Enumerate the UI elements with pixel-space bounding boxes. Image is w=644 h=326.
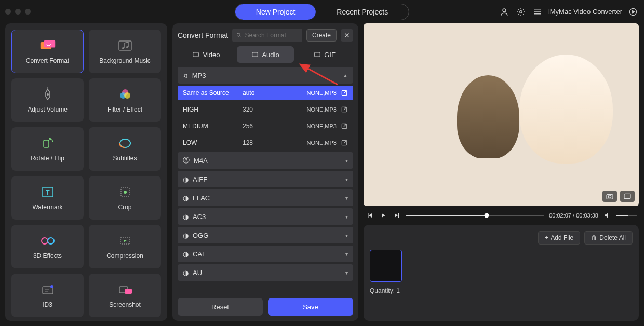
prev-button[interactable] xyxy=(366,211,374,220)
svg-marker-50 xyxy=(382,213,385,218)
tab-audio-label: Audio xyxy=(262,51,279,59)
tool-label: Compression xyxy=(106,252,143,260)
tool-background-music[interactable]: Background Music xyxy=(89,30,161,73)
chevron-up-icon: ▲ xyxy=(343,73,348,78)
playback-controls: 00:02:07 / 00:03:38 xyxy=(364,211,639,220)
format-type-tabs: Video Audio GIF xyxy=(178,46,353,63)
tool-crop[interactable]: Crop xyxy=(89,176,161,220)
volume-slider[interactable] xyxy=(616,215,637,216)
fullscreen-button[interactable] xyxy=(620,191,635,202)
format-group-mp3[interactable]: ♫ MP3 ▲ xyxy=(178,67,353,84)
svg-rect-9 xyxy=(119,41,131,50)
tool-adjust-volume[interactable]: Adjust Volume xyxy=(11,78,84,122)
external-link-icon[interactable] xyxy=(341,106,348,113)
format-group-m4a[interactable]: ⓐM4A▾ xyxy=(178,152,353,169)
external-link-icon[interactable] xyxy=(341,89,348,97)
external-link-icon[interactable] xyxy=(341,139,348,146)
video-preview xyxy=(364,23,639,206)
play-button[interactable] xyxy=(379,211,387,220)
titlebar: New Project Recent Projects iMyMac Video… xyxy=(0,0,644,23)
minimize-window[interactable] xyxy=(15,9,21,15)
tab-gif[interactable]: GIF xyxy=(296,46,353,63)
main-layout: Convert Format Background Music Adjust V… xyxy=(0,23,644,326)
tool-label: Convert Format xyxy=(26,57,69,64)
tools-sidebar: Convert Format Background Music Adjust V… xyxy=(5,23,167,321)
svg-point-23 xyxy=(42,238,48,244)
audio-icon xyxy=(251,51,259,58)
preset-high[interactable]: HIGH 320 NONE,MP3 xyxy=(178,102,353,117)
format-icon: ◑ xyxy=(183,175,189,183)
tool-id3[interactable]: ID3 xyxy=(11,274,84,317)
tool-screenshot[interactable]: Screenshot xyxy=(89,274,161,317)
create-button[interactable]: Create xyxy=(306,29,337,42)
file-thumbnail[interactable] xyxy=(370,250,402,282)
search-input[interactable] xyxy=(245,32,298,39)
tool-label: 3D Effects xyxy=(33,252,62,260)
svg-rect-49 xyxy=(368,213,369,218)
account-icon[interactable] xyxy=(499,6,510,18)
svg-line-35 xyxy=(240,36,241,37)
window-controls xyxy=(5,9,31,15)
watermark-icon: T xyxy=(39,185,56,199)
rotate-icon xyxy=(39,136,56,151)
quantity-label: Quantity: 1 xyxy=(370,287,633,294)
snapshot-button[interactable] xyxy=(602,191,617,202)
reset-button[interactable]: Reset xyxy=(178,298,263,316)
format-group-ac3[interactable]: ◑AC3▾ xyxy=(178,208,353,225)
add-file-button[interactable]: +Add File xyxy=(538,231,580,244)
close-window[interactable] xyxy=(5,9,11,15)
project-tabs: New Project Recent Projects xyxy=(235,4,409,20)
svg-point-24 xyxy=(48,238,54,244)
tool-label: Background Music xyxy=(99,57,151,64)
format-group-caf[interactable]: ◑CAF▾ xyxy=(178,246,353,262)
tab-new-project[interactable]: New Project xyxy=(235,4,316,20)
tab-recent-projects[interactable]: Recent Projects xyxy=(316,4,409,20)
chevron-down-icon: ▾ xyxy=(345,214,348,220)
menu-icon[interactable] xyxy=(532,6,543,18)
svg-point-46 xyxy=(608,195,611,198)
search-format[interactable] xyxy=(232,29,302,42)
tool-rotate-flip[interactable]: Rotate / Flip xyxy=(11,127,84,171)
save-button[interactable]: Save xyxy=(268,298,353,316)
close-panel-button[interactable] xyxy=(341,29,353,42)
format-group-au[interactable]: ◑AU▾ xyxy=(178,264,353,281)
next-button[interactable] xyxy=(393,211,401,220)
tool-watermark[interactable]: T Watermark xyxy=(11,176,84,220)
svg-marker-48 xyxy=(369,213,372,218)
panel-title: Convert Format xyxy=(178,31,228,39)
preset-low[interactable]: LOW 128 NONE,MP3 xyxy=(178,135,353,150)
play-badge-icon[interactable] xyxy=(627,6,639,18)
svg-rect-40 xyxy=(315,52,320,57)
tab-video[interactable]: Video xyxy=(178,46,235,63)
search-icon xyxy=(236,32,242,38)
svg-rect-39 xyxy=(252,52,258,57)
external-link-icon[interactable] xyxy=(341,123,348,130)
svg-rect-47 xyxy=(624,194,630,198)
tool-filter-effect[interactable]: Filter / Effect xyxy=(89,78,161,122)
settings-icon[interactable] xyxy=(515,6,527,18)
app-title: iMyMac Video Converter xyxy=(548,8,622,16)
svg-point-34 xyxy=(237,33,240,36)
svg-point-0 xyxy=(503,9,506,12)
tab-audio[interactable]: Audio xyxy=(237,46,294,63)
maximize-window[interactable] xyxy=(25,9,31,15)
volume-icon xyxy=(39,87,56,102)
format-icon: ◑ xyxy=(183,194,189,202)
seek-bar[interactable] xyxy=(406,215,544,216)
format-group-aiff[interactable]: ◑AIFF▾ xyxy=(178,171,353,187)
chevron-down-icon: ▾ xyxy=(345,158,348,164)
format-group-flac[interactable]: ◑FLAC▾ xyxy=(178,189,353,206)
tool-compression[interactable]: Compression xyxy=(89,225,161,268)
tool-subtitles[interactable]: Subtitles xyxy=(89,127,161,171)
tool-label: Subtitles xyxy=(113,155,137,162)
chevron-down-icon: ▾ xyxy=(345,233,348,238)
preset-same-as-source[interactable]: Same as Source auto NONE,MP3 xyxy=(178,86,353,100)
preset-medium[interactable]: MEDIUM 256 NONE,MP3 xyxy=(178,119,353,133)
tool-3d-effects[interactable]: 3D Effects xyxy=(11,225,84,268)
format-list[interactable]: ♫ MP3 ▲ Same as Source auto NONE,MP3 HIG… xyxy=(178,67,353,293)
volume-button[interactable] xyxy=(603,211,611,220)
tab-gif-label: GIF xyxy=(324,51,336,59)
format-group-ogg[interactable]: ◑OGG▾ xyxy=(178,227,353,243)
delete-all-button[interactable]: 🗑Delete All xyxy=(584,231,633,244)
tool-convert-format[interactable]: Convert Format xyxy=(11,30,84,73)
